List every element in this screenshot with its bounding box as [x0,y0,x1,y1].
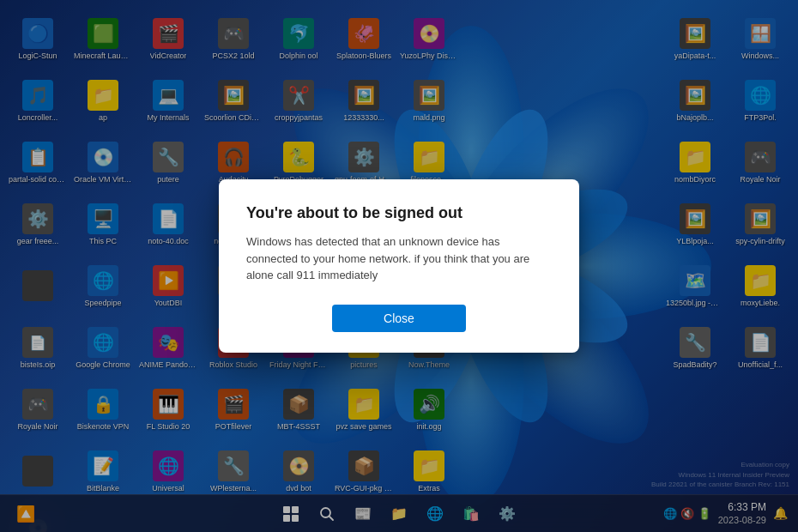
desktop: 🔵 LogiC-Stun 🟩 Minecraft Launcher 🎬 VidC… [0,0,798,532]
dialog-box: You're about to be signed out Windows ha… [219,179,579,353]
dialog-message: Windows has detected that an unknown dev… [246,233,552,284]
modal-overlay: You're about to be signed out Windows ha… [0,0,798,532]
dialog-title: You're about to be signed out [246,203,552,223]
dialog-buttons: Close [246,305,552,332]
close-button[interactable]: Close [332,305,466,332]
